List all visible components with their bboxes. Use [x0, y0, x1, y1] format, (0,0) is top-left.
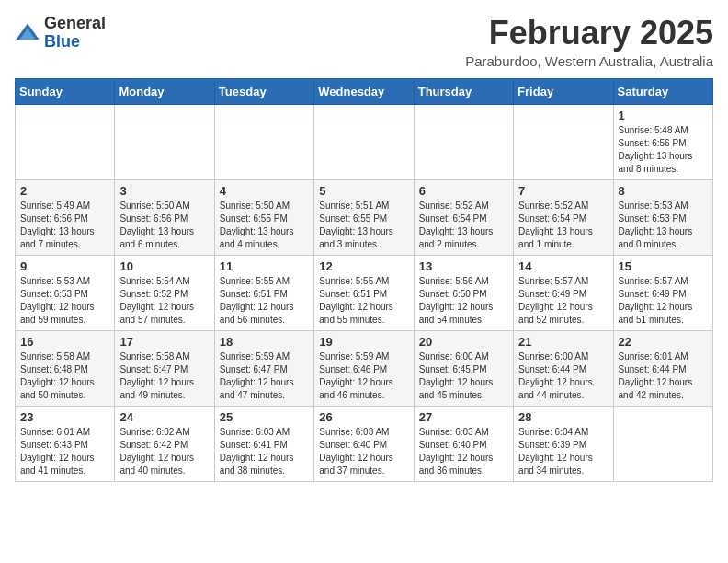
day-number: 14	[518, 259, 608, 273]
calendar-cell: 21Sunrise: 6:00 AM Sunset: 6:44 PM Dayli…	[514, 330, 613, 406]
calendar-week-row: 1Sunrise: 5:48 AM Sunset: 6:56 PM Daylig…	[16, 104, 713, 179]
day-info: Sunrise: 6:00 AM Sunset: 6:45 PM Dayligh…	[419, 350, 508, 402]
day-number: 1	[619, 109, 708, 122]
day-info: Sunrise: 5:50 AM Sunset: 6:56 PM Dayligh…	[119, 200, 209, 251]
day-number: 6	[419, 184, 508, 198]
day-number: 26	[319, 410, 408, 424]
logo-general: General	[44, 14, 106, 32]
day-info: Sunrise: 5:55 AM Sunset: 6:51 PM Dayligh…	[220, 275, 309, 327]
calendar-table: SundayMondayTuesdayWednesdayThursdayFrid…	[15, 78, 713, 482]
day-number: 25	[220, 410, 309, 424]
calendar-cell	[314, 104, 414, 179]
calendar-cell: 8Sunrise: 5:53 AM Sunset: 6:53 PM Daylig…	[613, 179, 712, 255]
calendar-cell: 3Sunrise: 5:50 AM Sunset: 6:56 PM Daylig…	[115, 179, 214, 255]
day-info: Sunrise: 5:59 AM Sunset: 6:46 PM Dayligh…	[319, 350, 408, 402]
calendar-cell: 5Sunrise: 5:51 AM Sunset: 6:55 PM Daylig…	[314, 179, 414, 255]
calendar-cell: 20Sunrise: 6:00 AM Sunset: 6:45 PM Dayli…	[414, 330, 513, 406]
calendar-cell: 9Sunrise: 5:53 AM Sunset: 6:53 PM Daylig…	[16, 255, 115, 330]
calendar-cell: 28Sunrise: 6:04 AM Sunset: 6:39 PM Dayli…	[514, 406, 613, 481]
calendar-cell: 22Sunrise: 6:01 AM Sunset: 6:44 PM Dayli…	[613, 330, 712, 406]
calendar-cell: 25Sunrise: 6:03 AM Sunset: 6:41 PM Dayli…	[214, 406, 313, 481]
day-info: Sunrise: 6:03 AM Sunset: 6:40 PM Dayligh…	[419, 426, 508, 477]
calendar-cell: 18Sunrise: 5:59 AM Sunset: 6:47 PM Dayli…	[214, 330, 313, 406]
day-info: Sunrise: 5:52 AM Sunset: 6:54 PM Dayligh…	[419, 200, 508, 251]
month-title: February 2025	[465, 15, 713, 52]
day-number: 18	[220, 335, 309, 349]
calendar-cell: 10Sunrise: 5:54 AM Sunset: 6:52 PM Dayli…	[115, 255, 214, 330]
calendar-cell: 17Sunrise: 5:58 AM Sunset: 6:47 PM Dayli…	[115, 330, 214, 406]
day-info: Sunrise: 5:50 AM Sunset: 6:55 PM Dayligh…	[220, 200, 309, 251]
calendar-cell: 13Sunrise: 5:56 AM Sunset: 6:50 PM Dayli…	[414, 255, 513, 330]
day-header: Monday	[115, 78, 214, 104]
day-info: Sunrise: 5:51 AM Sunset: 6:55 PM Dayligh…	[319, 200, 408, 251]
calendar-cell: 11Sunrise: 5:55 AM Sunset: 6:51 PM Dayli…	[214, 255, 313, 330]
day-header: Wednesday	[314, 78, 414, 104]
day-number: 21	[518, 335, 608, 349]
day-number: 19	[319, 335, 408, 349]
calendar-cell: 26Sunrise: 6:03 AM Sunset: 6:40 PM Dayli…	[314, 406, 414, 481]
day-number: 24	[119, 410, 209, 424]
day-info: Sunrise: 5:53 AM Sunset: 6:53 PM Dayligh…	[20, 275, 109, 327]
day-info: Sunrise: 5:58 AM Sunset: 6:47 PM Dayligh…	[119, 350, 209, 402]
calendar-cell: 16Sunrise: 5:58 AM Sunset: 6:48 PM Dayli…	[16, 330, 115, 406]
day-info: Sunrise: 5:56 AM Sunset: 6:50 PM Dayligh…	[419, 275, 508, 327]
day-number: 8	[619, 184, 708, 198]
day-info: Sunrise: 6:03 AM Sunset: 6:41 PM Dayligh…	[220, 426, 309, 477]
day-info: Sunrise: 6:03 AM Sunset: 6:40 PM Dayligh…	[319, 426, 408, 477]
day-number: 20	[419, 335, 508, 349]
day-info: Sunrise: 6:01 AM Sunset: 6:43 PM Dayligh…	[20, 426, 109, 477]
day-header: Sunday	[16, 78, 115, 104]
calendar-cell: 27Sunrise: 6:03 AM Sunset: 6:40 PM Dayli…	[414, 406, 513, 481]
day-number: 4	[220, 184, 309, 198]
calendar-cell: 2Sunrise: 5:49 AM Sunset: 6:56 PM Daylig…	[16, 179, 115, 255]
calendar-week-row: 23Sunrise: 6:01 AM Sunset: 6:43 PM Dayli…	[16, 406, 713, 481]
day-number: 3	[119, 184, 209, 198]
day-info: Sunrise: 6:01 AM Sunset: 6:44 PM Dayligh…	[619, 350, 708, 402]
day-number: 13	[419, 259, 508, 273]
calendar-week-row: 9Sunrise: 5:53 AM Sunset: 6:53 PM Daylig…	[16, 255, 713, 330]
day-number: 17	[119, 335, 209, 349]
page-header: General Blue February 2025 Paraburdoo, W…	[15, 15, 713, 69]
day-info: Sunrise: 6:02 AM Sunset: 6:42 PM Dayligh…	[119, 426, 209, 477]
calendar-week-row: 16Sunrise: 5:58 AM Sunset: 6:48 PM Dayli…	[16, 330, 713, 406]
day-info: Sunrise: 6:04 AM Sunset: 6:39 PM Dayligh…	[518, 426, 608, 477]
calendar-cell: 12Sunrise: 5:55 AM Sunset: 6:51 PM Dayli…	[314, 255, 414, 330]
day-number: 15	[619, 259, 708, 273]
calendar-cell	[414, 104, 513, 179]
logo-icon	[15, 20, 40, 46]
day-number: 28	[518, 410, 608, 424]
day-info: Sunrise: 5:48 AM Sunset: 6:56 PM Dayligh…	[619, 124, 708, 176]
calendar-cell: 19Sunrise: 5:59 AM Sunset: 6:46 PM Dayli…	[314, 330, 414, 406]
day-info: Sunrise: 6:00 AM Sunset: 6:44 PM Dayligh…	[518, 350, 608, 402]
calendar-cell	[115, 104, 214, 179]
calendar-cell: 24Sunrise: 6:02 AM Sunset: 6:42 PM Dayli…	[115, 406, 214, 481]
calendar-cell: 4Sunrise: 5:50 AM Sunset: 6:55 PM Daylig…	[214, 179, 313, 255]
day-number: 23	[20, 410, 109, 424]
calendar-cell: 14Sunrise: 5:57 AM Sunset: 6:49 PM Dayli…	[514, 255, 613, 330]
day-info: Sunrise: 5:53 AM Sunset: 6:53 PM Dayligh…	[619, 200, 708, 251]
day-number: 16	[20, 335, 109, 349]
day-info: Sunrise: 5:57 AM Sunset: 6:49 PM Dayligh…	[619, 275, 708, 327]
day-info: Sunrise: 5:58 AM Sunset: 6:48 PM Dayligh…	[20, 350, 109, 402]
day-header: Tuesday	[214, 78, 313, 104]
calendar-header-row: SundayMondayTuesdayWednesdayThursdayFrid…	[16, 78, 713, 104]
day-header: Thursday	[414, 78, 513, 104]
logo: General Blue	[15, 15, 106, 52]
day-number: 10	[119, 259, 209, 273]
logo-text: General Blue	[44, 15, 106, 52]
calendar-cell	[16, 104, 115, 179]
calendar-cell: 15Sunrise: 5:57 AM Sunset: 6:49 PM Dayli…	[613, 255, 712, 330]
day-number: 5	[319, 184, 408, 198]
day-header: Saturday	[613, 78, 712, 104]
day-number: 11	[220, 259, 309, 273]
calendar-cell: 1Sunrise: 5:48 AM Sunset: 6:56 PM Daylig…	[613, 104, 712, 179]
calendar-cell	[214, 104, 313, 179]
title-block: February 2025 Paraburdoo, Western Austra…	[465, 15, 713, 69]
day-number: 12	[319, 259, 408, 273]
day-header: Friday	[514, 78, 613, 104]
calendar-cell: 6Sunrise: 5:52 AM Sunset: 6:54 PM Daylig…	[414, 179, 513, 255]
day-info: Sunrise: 5:59 AM Sunset: 6:47 PM Dayligh…	[220, 350, 309, 402]
day-info: Sunrise: 5:49 AM Sunset: 6:56 PM Dayligh…	[20, 200, 109, 251]
calendar-cell	[613, 406, 712, 481]
calendar-cell	[514, 104, 613, 179]
